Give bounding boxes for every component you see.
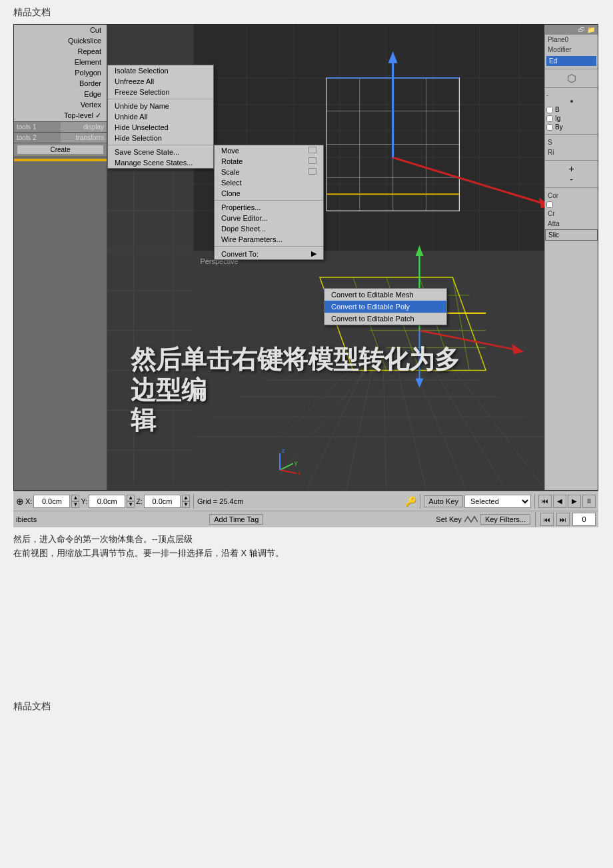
ctx-manage-scene-states[interactable]: Manage Scene States... <box>108 157 213 168</box>
x-input[interactable] <box>33 495 70 508</box>
ctx-curve-editor[interactable]: Curve Editor... <box>215 213 323 223</box>
frame-input[interactable] <box>572 513 596 526</box>
ctx-select[interactable]: Select <box>215 177 323 188</box>
menu-item-polygon[interactable]: Polygon <box>14 67 107 78</box>
slic-btn[interactable]: Slic <box>545 229 598 241</box>
svg-text:z: z <box>282 447 285 454</box>
minus-btn[interactable]: - <box>546 92 596 99</box>
x-label: X: <box>25 497 32 505</box>
auto-key-btn[interactable]: Auto Key <box>424 495 463 507</box>
checkbox-cor[interactable] <box>545 201 598 209</box>
menu-item-border[interactable]: Border <box>14 78 107 89</box>
spinner-x[interactable]: ▲ ▼ <box>71 495 79 508</box>
ctx-clone[interactable]: Clone <box>215 188 323 199</box>
context-menu-transform: Move Rotate Scale Select Clone Propertie… <box>214 145 324 260</box>
z-input[interactable] <box>144 495 181 508</box>
scroll-icon: ⬡ <box>545 72 598 85</box>
ctx-hide-selection[interactable]: Hide Selection <box>108 133 213 143</box>
ctx-save-scene-state[interactable]: Save Scene State... <box>108 147 213 157</box>
page-header: 精品文档 <box>0 0 613 24</box>
svg-line-62 <box>280 463 293 470</box>
objects-label: ibiects <box>16 515 37 523</box>
ctx-unfreeze-all[interactable]: Unfreeze All <box>108 76 213 87</box>
spinner-z[interactable]: ▲ ▼ <box>182 495 190 508</box>
ctx-properties[interactable]: Properties... <box>215 202 323 213</box>
below-text-line2: 在前视图，用缩放工具调节节点。要一排一排选择后，沿着 X 轴调节。 <box>13 547 600 561</box>
ctx-wire-parameters[interactable]: Wire Parameters... <box>215 234 323 245</box>
set-key-label: Set Key <box>436 515 462 523</box>
svg-line-24 <box>393 157 546 204</box>
prev-frame-btn[interactable]: ◀ <box>553 495 566 508</box>
menu-item-element[interactable]: Element <box>14 57 107 67</box>
cr-label: Cr <box>545 209 598 219</box>
sidebar-icons-top: 🗗 📁 <box>578 26 595 33</box>
overlay-text: 然后单击右键将模型转化为多边型编 辑 <box>131 345 477 436</box>
ctx-unhide-all[interactable]: Unhide All <box>108 111 213 122</box>
y-input[interactable] <box>89 495 125 508</box>
go-start-btn[interactable]: ⏮ <box>538 495 552 508</box>
pause-btn[interactable]: ⏸ <box>582 495 596 508</box>
display-tab[interactable]: display <box>61 122 107 132</box>
menu-item-quickslice[interactable]: Quickslice <box>14 35 107 46</box>
svg-marker-56 <box>416 245 424 256</box>
key-filters-btn[interactable]: Key Filters... <box>480 514 530 525</box>
menu-item-vertex[interactable]: Vertex <box>14 99 107 110</box>
minus-btn2[interactable]: - <box>545 174 598 185</box>
selected-dropdown[interactable]: Selected <box>464 495 531 508</box>
below-text-line1: 然后，进入命令的第一次物体集合。--顶点层级 <box>13 533 600 547</box>
svg-text:x: x <box>298 470 301 477</box>
add-time-tag-btn[interactable]: Add Time Tag <box>209 514 263 525</box>
s-label: S <box>545 137 598 147</box>
cor-label: Cor <box>545 191 598 201</box>
ctx-freeze-selection[interactable]: Freeze Selection <box>108 87 213 97</box>
checkbox-ig[interactable]: Ig <box>545 114 598 123</box>
ctx-move[interactable]: Move <box>215 145 323 156</box>
svg-marker-58 <box>512 344 524 355</box>
play-btn[interactable]: ▶ <box>568 495 581 508</box>
menu-item-edge[interactable]: Edge <box>14 89 107 99</box>
left-menu: Cut Quickslice Repeat Element Polygon Bo… <box>14 25 107 121</box>
ctx-scale[interactable]: Scale <box>215 167 323 177</box>
go-end-btn2[interactable]: ⏭ <box>556 513 570 526</box>
tools1-tab[interactable]: tools 1 <box>14 122 61 132</box>
z-label: Z: <box>136 497 143 505</box>
create-button[interactable]: Create <box>17 145 104 155</box>
spinner-y[interactable]: ▲ ▼ <box>127 495 135 508</box>
menu-item-repeat[interactable]: Repeat <box>14 46 107 57</box>
tools2-tab[interactable]: tools 2 <box>14 133 61 143</box>
ctx-rotate[interactable]: Rotate <box>215 156 323 167</box>
below-text: 然后，进入命令的第一次物体集合。--顶点层级 在前视图，用缩放工具调节节点。要一… <box>13 533 600 561</box>
menu-item-cut[interactable]: Cut <box>14 25 107 35</box>
main-content: Perspective y x z <box>13 24 600 561</box>
right-sidebar: 🗗 📁 Plane0 Modifier Ed ⬡ - B Ig <box>544 25 598 490</box>
checkbox-b[interactable]: B <box>545 105 598 114</box>
ctx-isolate-selection[interactable]: Isolate Selection <box>108 65 213 76</box>
spinbox-icon[interactable]: ⊕ <box>16 496 24 507</box>
modifier-label: Modifier <box>545 45 598 55</box>
go-start-btn2[interactable]: ⏮ <box>540 513 554 526</box>
plus-btn2[interactable]: + <box>545 163 598 174</box>
svg-rect-14 <box>326 78 459 211</box>
context-menu-convert: Convert to Editable Mesh Convert to Edit… <box>324 288 447 325</box>
svg-line-64 <box>280 470 297 473</box>
page-footer: 精品文档 <box>0 694 613 719</box>
bottom-toolbar2: ibiects Add Time Tag Set Key Key Filters… <box>13 511 598 527</box>
menu-item-toplevel[interactable]: Top-level ✓ <box>14 110 107 121</box>
svg-marker-23 <box>388 51 398 63</box>
bottom-toolbar: ⊕ X: ▲ ▼ Y: ▲ ▼ Z: ▲ ▼ Grid = 25.4cm 🔑 A… <box>13 491 598 511</box>
ctx-dope-sheet[interactable]: Dope Sheet... <box>215 223 323 234</box>
viewport-container: Perspective y x z <box>13 24 598 491</box>
ctx-convert-to[interactable]: Convert To: ▶ <box>215 248 323 259</box>
ri-label: Ri <box>545 147 598 157</box>
ctx-unhide-by-name[interactable]: Unhide by Name <box>108 101 213 111</box>
ctx-convert-poly[interactable]: Convert to Editable Poly <box>324 301 446 313</box>
ed-button[interactable]: Ed <box>546 56 596 66</box>
att-label: Atta <box>545 219 598 229</box>
ctx-convert-patch[interactable]: Convert to Editable Patch <box>324 313 446 325</box>
ctx-convert-mesh[interactable]: Convert to Editable Mesh <box>324 289 446 301</box>
grid-label: Grid = 25.4cm <box>197 497 243 505</box>
checkbox-by[interactable]: By <box>545 123 598 131</box>
transform-tab[interactable]: transform <box>61 133 107 143</box>
wave-icon <box>464 514 478 525</box>
ctx-hide-unselected[interactable]: Hide Unselected <box>108 122 213 133</box>
